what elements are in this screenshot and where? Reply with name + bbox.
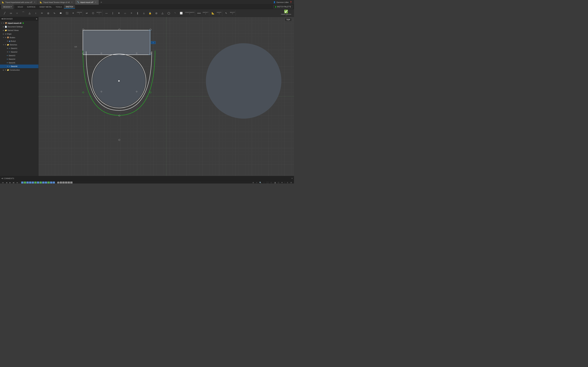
point-tool[interactable]: +: [70, 10, 76, 16]
tree-sketch1[interactable]: 👁 ✏ Sketch1: [0, 47, 38, 50]
finish-sketch-arrow[interactable]: ▾: [286, 15, 286, 17]
sketch-palette-button[interactable]: SKETCH PALETTE: [274, 5, 293, 8]
timeline-shape-5[interactable]: [68, 182, 70, 184]
timeline-shape-2[interactable]: [60, 182, 62, 184]
concentric-constraint[interactable]: ◎: [153, 10, 159, 16]
tab1-close[interactable]: ✕: [34, 1, 36, 3]
modify-arrow[interactable]: ▾: [99, 13, 99, 15]
timeline-shape-6[interactable]: [70, 182, 72, 184]
constraints-arrow[interactable]: ▾: [189, 13, 190, 15]
view-zoom-out[interactable]: -: [262, 181, 266, 184]
polygon-tool[interactable]: △: [26, 10, 33, 16]
browser-expand[interactable]: ◀: [36, 18, 37, 20]
timeline-item-8[interactable]: [40, 182, 42, 184]
view-display[interactable]: □: [269, 181, 273, 184]
sketch2-eye[interactable]: 👁: [7, 51, 8, 53]
arc-tool[interactable]: ⌒: [20, 10, 26, 16]
symmetric-constraint[interactable]: ◯: [166, 10, 172, 16]
parallel-constraint[interactable]: ∥: [135, 10, 141, 16]
tree-sketch4[interactable]: ✏ Sketch4: [0, 57, 38, 61]
sketch6-eye[interactable]: 👁: [7, 66, 8, 67]
horizontal-constraint[interactable]: —: [104, 10, 109, 16]
tab1[interactable]: 📐 Tripod Hyperboloid with screw v3* ✕: [0, 0, 38, 5]
design-dropdown[interactable]: DESIGN ▾: [1, 5, 13, 9]
timeline-item-4[interactable]: [29, 182, 31, 184]
settings[interactable]: ⚙: [289, 181, 293, 184]
timeline-play[interactable]: ▶: [9, 181, 12, 184]
tree-sketches[interactable]: ▼ 👁 📁 Sketches: [0, 43, 38, 47]
vertical-constraint[interactable]: |: [110, 10, 116, 16]
spline-tool[interactable]: ∿: [52, 10, 57, 16]
comments-close[interactable]: ✕: [291, 177, 293, 179]
timeline-item-2[interactable]: [24, 182, 26, 184]
equal-constraint[interactable]: =: [129, 10, 134, 16]
comments-expand-icon[interactable]: ◀: [1, 177, 3, 179]
timeline-shape-3[interactable]: [62, 182, 65, 184]
timeline-item-7[interactable]: [37, 182, 39, 184]
slot-tool[interactable]: ⬛: [64, 10, 70, 16]
root-eye[interactable]: 👁: [3, 22, 4, 24]
timeline-item-10[interactable]: [45, 182, 47, 184]
timeline-item-9[interactable]: [42, 182, 44, 184]
tree-sketch5[interactable]: ✏ Sketch5: [0, 61, 38, 65]
tab-sketch[interactable]: SKETCH: [64, 5, 75, 9]
view-wireframe[interactable]: ⬡: [277, 181, 280, 184]
tab-sheet-metal[interactable]: SHEET METAL: [37, 5, 54, 8]
timeline-end[interactable]: ⏭: [16, 181, 19, 184]
create-arrow[interactable]: ▾: [79, 13, 80, 15]
bodies-eye[interactable]: 👁: [5, 37, 6, 39]
timeline-start[interactable]: ⏮: [1, 181, 5, 184]
view-filter[interactable]: ▼: [280, 181, 284, 184]
add-tab-button[interactable]: +: [99, 0, 104, 5]
offset-tool[interactable]: ◎: [45, 10, 51, 16]
sketch1-eye[interactable]: 👁: [7, 48, 8, 49]
timeline-item-12[interactable]: [50, 182, 52, 184]
timeline-filter[interactable]: ⧖: [286, 181, 289, 184]
tree-sketch6[interactable]: 👁 ✏ Sketch6: [0, 65, 38, 68]
timeline-item-5[interactable]: [32, 182, 34, 184]
tree-root[interactable]: ▼ 👁 📦 tripod mount v8: [0, 21, 38, 25]
select-arrow[interactable]: ▾: [232, 13, 233, 15]
tree-named-views[interactable]: ▶ 📁 Named Views: [0, 28, 38, 32]
fix-constraint[interactable]: ⬜: [178, 10, 184, 16]
canvas-area[interactable]: 125 0 TOP: [39, 17, 294, 176]
timeline-prev[interactable]: ◀: [5, 181, 8, 184]
timeline-item-6[interactable]: [34, 182, 37, 184]
tree-sketch2[interactable]: 👁 ✏ Sketch2: [0, 50, 38, 54]
tree-sketch3[interactable]: ✏ Sketch3: [0, 54, 38, 57]
tangent-constraint[interactable]: ⌓: [122, 10, 128, 16]
view-zoom-in[interactable]: +: [255, 181, 258, 184]
tab-surface[interactable]: SURFACE: [25, 5, 37, 8]
trim-tool[interactable]: ✂: [39, 10, 45, 16]
construction-eye[interactable]: 👁: [5, 69, 6, 71]
sketches-eye[interactable]: 👁: [5, 44, 6, 46]
collapse-icon[interactable]: ◀: [1, 18, 3, 20]
insert-tool[interactable]: 📐: [210, 10, 216, 16]
timeline-item-13[interactable]: [53, 182, 55, 184]
tab3-close[interactable]: ✕: [95, 1, 97, 3]
view-render[interactable]: ◨: [273, 181, 277, 184]
coincident-constraint[interactable]: ✕: [116, 10, 122, 16]
tree-origin[interactable]: ▶ ⊕ Origin: [0, 32, 38, 36]
tree-construction[interactable]: ▶ 👁 📁 Construction: [0, 68, 38, 72]
tab3[interactable]: 🔧 tripod mount v8* ✕: [75, 0, 99, 5]
tree-bodies[interactable]: ▼ 👁 📦 Bodies: [0, 36, 38, 39]
project-tool[interactable]: ⬡: [90, 10, 96, 16]
tree-body1[interactable]: 👁 ◼ Body1: [0, 39, 38, 43]
timeline-item-3[interactable]: [26, 182, 29, 184]
curvature-constraint[interactable]: ◝: [172, 10, 178, 16]
tab-tools[interactable]: TOOLS: [54, 5, 64, 8]
timeline-item-1[interactable]: [21, 182, 24, 184]
body1-eye[interactable]: 👁: [7, 40, 8, 42]
timeline-shape-4[interactable]: [65, 182, 67, 184]
ellipse-tool[interactable]: ⬬: [58, 10, 64, 16]
circle-tool[interactable]: ○: [14, 10, 20, 16]
timeline-item-11[interactable]: [47, 182, 50, 184]
timeline-shape-1[interactable]: [57, 182, 59, 184]
finish-sketch-button[interactable]: ✅ FINISH SKETCH ▾: [280, 9, 292, 17]
colinear-constraint[interactable]: △: [160, 10, 165, 16]
inspect-arrow[interactable]: ▾: [205, 13, 206, 15]
tab2-close[interactable]: ✕: [71, 1, 73, 3]
help-icon[interactable]: ❓: [290, 1, 292, 3]
view-zoom[interactable]: 🔍: [259, 181, 262, 184]
